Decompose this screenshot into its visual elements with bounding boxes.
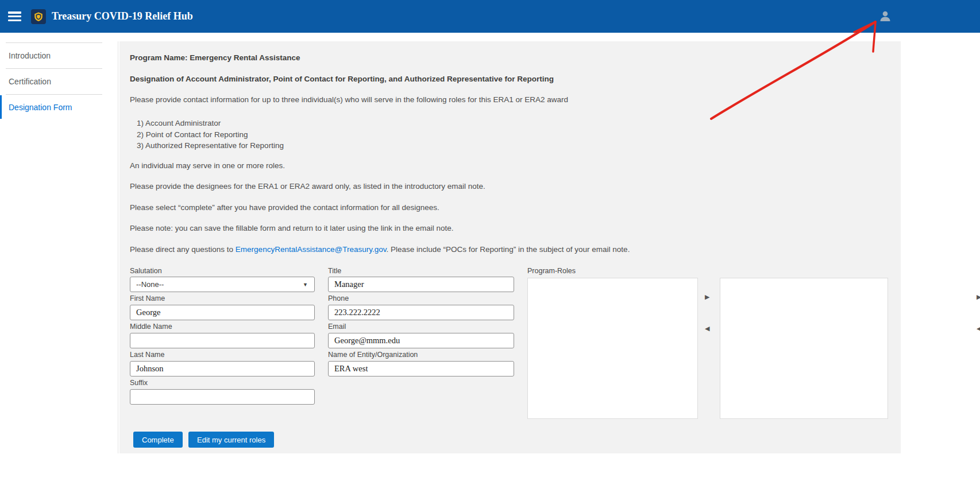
complete-button[interactable]: Complete xyxy=(133,432,183,448)
treasury-logo xyxy=(31,9,46,24)
designation-heading: Designation of Account Administrator, Po… xyxy=(130,75,554,83)
program-roles-selected-listbox[interactable] xyxy=(720,278,888,419)
salutation-value: --None-- xyxy=(136,280,164,289)
suffix-label: Suffix xyxy=(130,379,148,387)
last-name-input[interactable] xyxy=(130,361,315,376)
menu-icon[interactable] xyxy=(8,11,21,21)
designation-form-panel: Program Name: Emergency Rental Assistanc… xyxy=(119,41,901,453)
program-name-text: Program Name: Emergency Rental Assistanc… xyxy=(130,53,300,62)
program-roles-available-listbox[interactable] xyxy=(527,278,698,419)
contact-email-link[interactable]: EmergencyRentalAssistance@Treasury.gov xyxy=(236,245,387,254)
user-profile-button[interactable] xyxy=(878,9,892,23)
shield-icon xyxy=(33,11,44,22)
chevron-down-icon: ▼ xyxy=(303,282,308,288)
app-title: Treasury COVID-19 Relief Hub xyxy=(52,10,193,22)
app-header: Treasury COVID-19 Relief Hub xyxy=(0,0,980,33)
sidebar-item-label: Certification xyxy=(9,77,51,86)
entity-input[interactable] xyxy=(328,361,514,376)
sidebar-divider xyxy=(118,41,118,453)
entity-label: Name of Entity/Organization xyxy=(328,351,418,359)
divider xyxy=(6,94,102,95)
phone-label: Phone xyxy=(328,294,349,302)
contact-after: . Please include “POCs for Reporting” in… xyxy=(386,245,630,254)
sidebar-item-label: Introduction xyxy=(9,51,51,60)
roles-list: 1) Account Administrator 2) Point of Con… xyxy=(137,118,284,152)
picklist-remove-arrow-icon[interactable]: ◀ xyxy=(705,325,709,332)
middle-name-label: Middle Name xyxy=(130,323,172,331)
active-indicator xyxy=(0,95,2,119)
role-item: 1) Account Administrator xyxy=(137,118,284,129)
divider xyxy=(6,68,102,69)
note-text: Please select “complete” after you have … xyxy=(130,203,439,212)
email-label: Email xyxy=(328,323,346,331)
contact-text: Please direct any questions to Emergency… xyxy=(130,245,630,254)
phone-input[interactable] xyxy=(328,305,514,320)
salutation-select[interactable]: --None-- ▼ xyxy=(130,277,315,292)
note-text: An individual may serve in one or more r… xyxy=(130,161,285,170)
sidebar-item-designation-form[interactable]: Designation Form xyxy=(0,94,118,120)
title-input[interactable] xyxy=(328,277,514,292)
sidebar-item-label: Designation Form xyxy=(9,103,72,112)
contact-before: Please direct any questions to xyxy=(130,245,236,254)
picklist-remove-arrow-icon-cutoff[interactable]: ◀ xyxy=(977,325,980,332)
role-item: 3) Authorized Representative for Reporti… xyxy=(137,140,284,152)
title-label: Title xyxy=(328,267,341,275)
note-text: Please provide the designees for the ERA… xyxy=(130,182,485,191)
user-icon xyxy=(878,9,892,23)
note-text: Please note: you can save the fillable f… xyxy=(130,224,454,232)
middle-name-input[interactable] xyxy=(130,333,315,348)
email-input[interactable] xyxy=(328,333,514,348)
divider xyxy=(6,42,102,43)
program-roles-label: Program-Roles xyxy=(527,267,576,275)
sidebar-item-introduction[interactable]: Introduction xyxy=(0,42,118,68)
picklist-add-arrow-icon-cutoff[interactable]: ▶ xyxy=(977,294,980,300)
salutation-label: Salutation xyxy=(130,267,162,275)
intro-text: Please provide contact information for u… xyxy=(130,95,568,104)
picklist-add-arrow-icon[interactable]: ▶ xyxy=(705,294,709,300)
suffix-input[interactable] xyxy=(130,389,315,405)
sidebar-item-certification[interactable]: Certification xyxy=(0,68,118,94)
first-name-input[interactable] xyxy=(130,305,315,320)
edit-current-roles-button[interactable]: Edit my current roles xyxy=(188,432,274,448)
sidebar-nav: Introduction Certification Designation F… xyxy=(0,42,118,120)
role-item: 2) Point of Contact for Reporting xyxy=(137,129,284,141)
last-name-label: Last Name xyxy=(130,351,164,359)
first-name-label: First Name xyxy=(130,294,165,302)
